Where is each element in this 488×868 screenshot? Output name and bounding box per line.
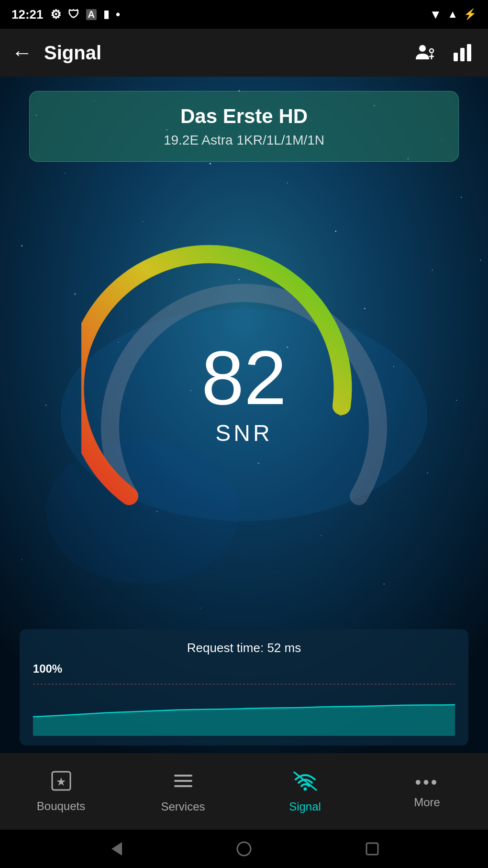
more-label: More: [414, 796, 440, 809]
svg-marker-55: [111, 842, 122, 856]
chart-percent: 100%: [33, 662, 455, 676]
charging-icon: ⚡: [464, 8, 477, 21]
svg-rect-57: [366, 843, 378, 855]
nav-item-signal[interactable]: Signal: [244, 753, 366, 830]
status-left: 12:21 ⚙ 🛡 A ▮ •: [11, 7, 120, 22]
channel-name: Das Erste HD: [41, 105, 447, 128]
services-label: Services: [161, 800, 205, 813]
svg-text:★: ★: [56, 775, 67, 788]
svg-point-2: [430, 49, 433, 53]
svg-point-41: [22, 559, 22, 560]
home-android-button[interactable]: [232, 837, 256, 861]
chart-panel: Request time: 52 ms 100%: [20, 629, 468, 745]
svg-rect-5: [454, 53, 458, 61]
signal-bars-icon: ▲: [447, 8, 458, 21]
svg-rect-6: [460, 48, 465, 61]
chart-icon-button[interactable]: [450, 39, 477, 66]
svg-point-53: [303, 787, 307, 790]
signal-label: Signal: [289, 800, 321, 813]
back-android-button[interactable]: [104, 837, 128, 861]
back-button[interactable]: ←: [11, 42, 33, 63]
svg-point-32: [45, 405, 47, 406]
recents-android-button[interactable]: [360, 837, 384, 861]
font-icon: A: [86, 9, 97, 20]
svg-point-56: [237, 842, 251, 856]
chart-title: Request time: 52 ms: [33, 641, 455, 655]
gauge-area: 82 SNR: [81, 152, 407, 629]
nav-item-bouquets[interactable]: ★ Bouquets: [0, 753, 122, 830]
person-icon-button[interactable]: ): [411, 39, 438, 66]
shield-icon: 🛡: [68, 8, 79, 21]
svg-point-28: [480, 260, 481, 261]
channel-card: Das Erste HD 19.2E Astra 1KR/1L/1M/1N: [29, 91, 459, 162]
bouquets-label: Bouquets: [37, 800, 85, 813]
top-action-icons: ): [411, 39, 477, 66]
settings-icon: ⚙: [50, 7, 61, 22]
chart-svg: [33, 678, 455, 736]
services-icon: [172, 770, 194, 795]
svg-point-16: [65, 173, 66, 174]
dot-icon: •: [116, 7, 120, 22]
svg-point-25: [74, 293, 76, 295]
svg-point-24: [432, 270, 433, 271]
wifi-icon: ▼: [429, 7, 442, 22]
gauge-value: 82: [201, 339, 287, 416]
chart-area: [33, 678, 455, 736]
signal-wifi-icon: [293, 770, 317, 795]
status-right: ▼ ▲ ⚡: [429, 7, 477, 22]
more-icon: •••: [415, 774, 439, 791]
bouquets-icon: ★: [50, 770, 72, 795]
gauge-container: 82 SNR: [81, 228, 407, 553]
page-title: Signal: [44, 42, 411, 64]
nav-item-more[interactable]: ••• More: [366, 753, 488, 830]
android-nav-bar: [0, 830, 488, 868]
svg-rect-7: [467, 44, 471, 61]
top-bar: ← Signal ): [0, 29, 488, 77]
bottom-nav: ★ Bouquets Services Sign: [0, 753, 488, 830]
main-content: Das Erste HD 19.2E Astra 1KR/1L/1M/1N: [0, 77, 488, 753]
svg-point-21: [21, 245, 22, 247]
svg-point-20: [461, 197, 462, 198]
gauge-label: SNR: [201, 420, 287, 446]
svg-point-35: [456, 400, 457, 401]
nav-item-services[interactable]: Services: [122, 753, 244, 830]
channel-subtitle: 19.2E Astra 1KR/1L/1M/1N: [41, 133, 447, 148]
battery-icon: ▮: [103, 8, 109, 21]
gauge-center-text: 82 SNR: [201, 339, 287, 446]
status-bar: 12:21 ⚙ 🛡 A ▮ • ▼ ▲ ⚡: [0, 0, 488, 29]
svg-point-0: [419, 45, 426, 52]
time-display: 12:21: [11, 7, 44, 22]
svg-point-38: [427, 473, 428, 473]
